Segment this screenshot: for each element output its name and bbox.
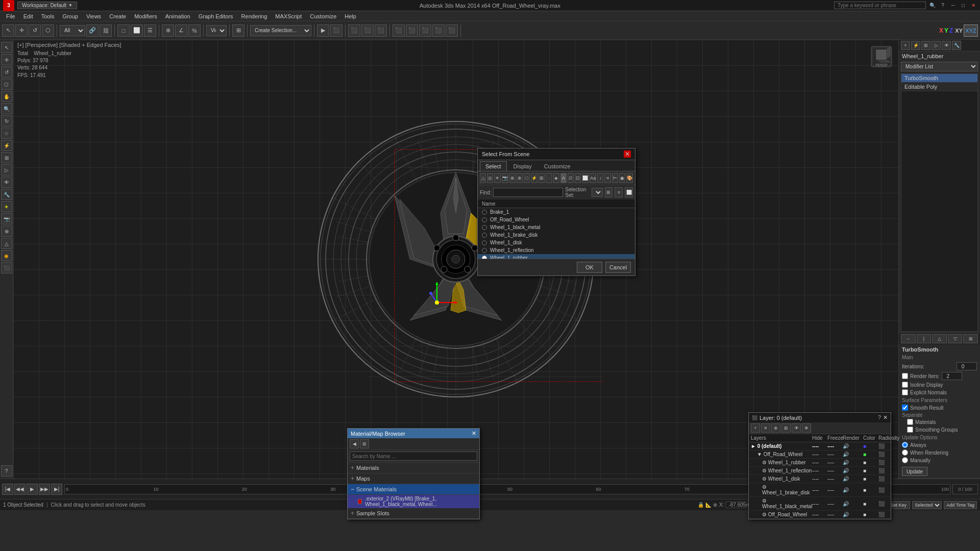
dlg-light-btn[interactable]: ☀: [494, 173, 500, 183]
dialog-object-list[interactable]: Brake_1 Off_Road_Wheel Wheel_1_black_met…: [478, 208, 635, 259]
menu-views[interactable]: Views: [82, 12, 105, 20]
mat-section-sample-slots[interactable]: + Sample Slots: [348, 508, 479, 519]
layers-sel-from-btn[interactable]: ⊞: [781, 423, 791, 433]
dlg-expand-btn[interactable]: ⬜: [582, 173, 589, 183]
dlg-invert-btn[interactable]: ⊡: [575, 173, 581, 183]
dlg-parent-btn[interactable]: ⊢: [612, 173, 618, 183]
dialog-close-btn[interactable]: ✕: [624, 151, 631, 158]
layer-row-brake-disk[interactable]: ⚙ Wheel_1_brake_disk ---- ---- 🔊 ■ ⬛: [749, 483, 891, 497]
dlg-list-view-btn[interactable]: ≡: [615, 187, 623, 197]
z-axis-btn[interactable]: Z: [949, 27, 953, 34]
mat-close-btn[interactable]: ✕: [472, 430, 476, 437]
workspace-dropdown[interactable]: Workspace: Default ▼: [17, 2, 77, 9]
lt-misc-btn[interactable]: ⬛: [1, 262, 12, 273]
mat-back-btn[interactable]: ◀: [350, 439, 359, 448]
selection-set-dropdown[interactable]: [592, 188, 603, 197]
dlg-helper-btn[interactable]: ⊕: [509, 173, 516, 183]
menu-tools[interactable]: Tools: [37, 12, 59, 20]
render-setup-btn[interactable]: ⬛: [432, 24, 445, 37]
menu-file[interactable]: File: [2, 12, 19, 20]
lt-hierarchy-btn[interactable]: ⊞: [1, 152, 12, 163]
materials-checkbox[interactable]: [907, 419, 913, 425]
list-item-reflection[interactable]: Wheel_1_reflection: [478, 246, 635, 254]
tl-back-btn[interactable]: ◀◀: [14, 484, 26, 495]
xy-axis-btn[interactable]: XY: [955, 28, 963, 34]
isoline-checkbox[interactable]: [902, 382, 908, 388]
layer-row-orf[interactable]: ▼ Off_Road_Wheel ---- ---- 🔊 ■ ⬛: [749, 450, 891, 459]
find-input[interactable]: [493, 188, 563, 197]
when-rendering-radio[interactable]: [902, 449, 908, 456]
layers-add-sel-btn[interactable]: ⊕: [771, 423, 780, 433]
search-input[interactable]: [834, 2, 926, 9]
menu-rendering[interactable]: Rendering: [237, 12, 272, 20]
layers-help-btn[interactable]: ?: [878, 414, 881, 421]
manually-radio[interactable]: [902, 457, 908, 463]
snap-toggle-btn[interactable]: ⊕: [162, 24, 174, 37]
xyz-display-btn[interactable]: XYZ: [964, 24, 978, 37]
link-btn[interactable]: 🔗: [86, 24, 99, 37]
dlg-thumb-view-btn[interactable]: ⬜: [625, 187, 633, 197]
selection-filter-dropdown[interactable]: Create Selection...: [250, 25, 311, 36]
lt-scale-btn[interactable]: ⬡: [1, 79, 12, 90]
lt-camera-btn[interactable]: 📷: [1, 213, 12, 224]
menu-modifiers[interactable]: Modifiers: [130, 12, 161, 20]
dialog-tab-customize[interactable]: Customize: [538, 161, 576, 171]
hierarchy-btn[interactable]: ⬛: [375, 24, 387, 37]
render-frame-btn[interactable]: ⬛: [446, 24, 458, 37]
lt-material-btn[interactable]: ◉: [1, 250, 12, 261]
play-btn[interactable]: ▶: [317, 24, 329, 37]
dlg-all-btn[interactable]: A: [560, 173, 567, 183]
menu-help[interactable]: Help: [340, 12, 360, 20]
scale-tool-btn[interactable]: ⬡: [42, 24, 54, 37]
smooth-result-checkbox[interactable]: [902, 405, 908, 411]
up-modifier-btn[interactable]: △: [932, 334, 947, 343]
rp-display-icon[interactable]: 👁: [942, 41, 951, 50]
layer-row-disk[interactable]: ⚙ Wheel_1_disk ---- ---- 🔊 ■ ⬛: [749, 475, 891, 483]
lt-pan-btn[interactable]: ✋: [1, 91, 12, 102]
mat-section-maps[interactable]: + Maps: [348, 473, 479, 484]
layers-hide-all-btn[interactable]: 👁: [792, 423, 801, 433]
rotate-tool-btn[interactable]: ↺: [29, 24, 41, 37]
lt-light-btn[interactable]: ☀: [1, 201, 12, 212]
list-item-brake1[interactable]: Brake_1: [478, 208, 635, 216]
dlg-color-btn[interactable]: 🎨: [626, 173, 633, 183]
tl-prev-btn[interactable]: |◀: [2, 484, 13, 495]
frame-display[interactable]: 0 / 100: [952, 484, 978, 494]
dlg-warp-btn[interactable]: ⊗: [517, 173, 523, 183]
mat-section-materials[interactable]: + Materials: [348, 463, 479, 473]
iterations-input[interactable]: [957, 362, 977, 370]
update-btn[interactable]: Update: [902, 467, 927, 476]
material-editor-btn[interactable]: ⬛: [419, 24, 431, 37]
list-item-off-road-wheel[interactable]: Off_Road_Wheel: [478, 216, 635, 223]
dlg-filter-btn[interactable]: ⊞: [605, 187, 613, 197]
x-axis-btn[interactable]: X: [939, 27, 943, 34]
percent-snap-btn[interactable]: %: [188, 24, 201, 37]
layers-create-btn[interactable]: +: [751, 423, 760, 433]
dlg-none-btn[interactable]: ∅: [568, 173, 574, 183]
dialog-tab-display[interactable]: Display: [508, 161, 537, 171]
unlink-btn[interactable]: ⛓: [100, 24, 112, 37]
mat-section-scene-materials[interactable]: − Scene Materials: [348, 484, 479, 495]
dialog-tab-select[interactable]: Select: [480, 161, 507, 171]
add-time-tag-btn[interactable]: Add Time Tag: [944, 501, 977, 509]
close-button[interactable]: ✕: [970, 2, 977, 9]
lt-display-btn[interactable]: 👁: [1, 177, 12, 188]
layers-freeze-all-btn[interactable]: ❄: [802, 423, 811, 433]
menu-graph-editors[interactable]: Graph Editors: [194, 12, 237, 20]
rp-create-icon[interactable]: +: [901, 41, 910, 50]
lt-move-btn[interactable]: ✛: [1, 54, 12, 65]
dlg-cam-btn[interactable]: 📷: [502, 173, 508, 183]
configure-modifier-btn[interactable]: ⊞: [963, 334, 978, 343]
dlg-mat-btn[interactable]: ◉: [619, 173, 625, 183]
schematic-btn[interactable]: ⬛: [406, 24, 418, 37]
down-modifier-btn[interactable]: ▽: [948, 334, 963, 343]
layers-close-btn[interactable]: ✕: [883, 414, 888, 421]
layer-row-off-road[interactable]: ⚙ Off_Road_Wheel ---- ---- 🔊 ■ ⬛: [749, 511, 891, 519]
track-view-btn[interactable]: ⬛: [393, 24, 405, 37]
pin-modifier-btn[interactable]: |: [917, 334, 932, 343]
dialog-cancel-btn[interactable]: Cancel: [605, 262, 631, 273]
dlg-geo-btn[interactable]: △: [480, 173, 486, 183]
mirror-btn[interactable]: ⬛: [348, 24, 360, 37]
select-tool-btn[interactable]: ↖: [2, 24, 14, 37]
select-by-name-btn[interactable]: ☰: [144, 24, 156, 37]
